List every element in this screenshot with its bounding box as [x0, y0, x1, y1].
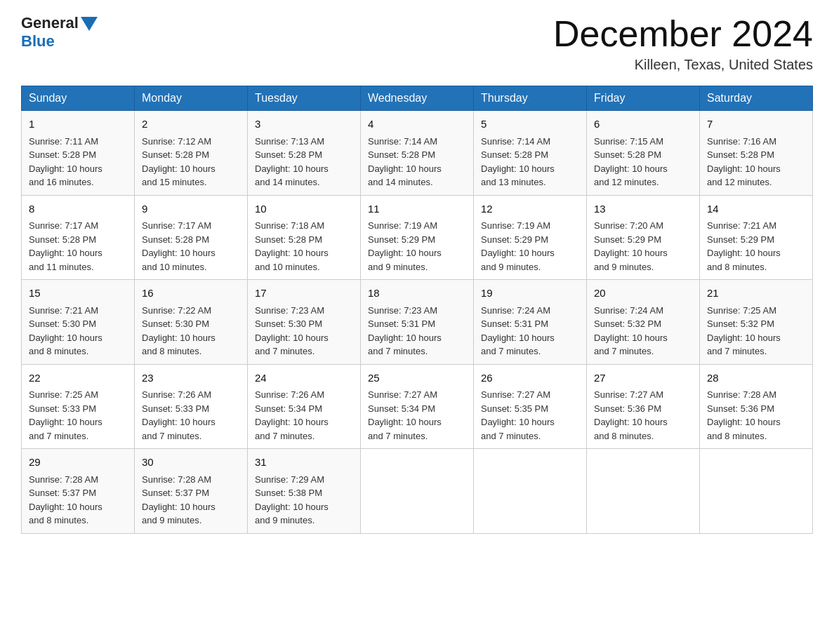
- calendar-day-cell: 1 Sunrise: 7:11 AM Sunset: 5:28 PM Dayli…: [22, 111, 135, 196]
- day-info: Sunrise: 7:14 AM Sunset: 5:28 PM Dayligh…: [368, 135, 466, 189]
- day-info: Sunrise: 7:27 AM Sunset: 5:36 PM Dayligh…: [594, 388, 692, 443]
- calendar-day-cell: [474, 449, 587, 534]
- day-number: 14: [707, 201, 805, 217]
- day-number: 18: [368, 286, 466, 302]
- day-of-week-header: Monday: [135, 86, 248, 111]
- day-number: 31: [255, 455, 353, 471]
- day-info: Sunrise: 7:28 AM Sunset: 5:36 PM Dayligh…: [707, 388, 805, 443]
- day-number: 16: [142, 286, 240, 302]
- day-of-week-header: Saturday: [700, 86, 813, 111]
- day-info: Sunrise: 7:19 AM Sunset: 5:29 PM Dayligh…: [368, 219, 466, 274]
- day-of-week-header: Sunday: [22, 86, 135, 111]
- calendar-day-cell: 16 Sunrise: 7:22 AM Sunset: 5:30 PM Dayl…: [135, 280, 248, 365]
- calendar-day-cell: 27 Sunrise: 7:27 AM Sunset: 5:36 PM Dayl…: [587, 364, 700, 449]
- day-number: 7: [707, 116, 805, 133]
- day-info: Sunrise: 7:25 AM Sunset: 5:32 PM Dayligh…: [707, 304, 805, 358]
- day-of-week-header: Wednesday: [361, 86, 474, 111]
- calendar-day-cell: 22 Sunrise: 7:25 AM Sunset: 5:33 PM Dayl…: [22, 364, 135, 449]
- day-info: Sunrise: 7:13 AM Sunset: 5:28 PM Dayligh…: [255, 135, 353, 189]
- day-info: Sunrise: 7:17 AM Sunset: 5:28 PM Dayligh…: [142, 219, 240, 274]
- day-info: Sunrise: 7:19 AM Sunset: 5:29 PM Dayligh…: [481, 219, 579, 274]
- logo-blue-text: Blue: [21, 32, 55, 51]
- calendar-day-cell: 2 Sunrise: 7:12 AM Sunset: 5:28 PM Dayli…: [135, 111, 248, 196]
- day-number: 19: [481, 286, 579, 302]
- calendar-day-cell: 26 Sunrise: 7:27 AM Sunset: 5:35 PM Dayl…: [474, 364, 587, 449]
- day-info: Sunrise: 7:27 AM Sunset: 5:34 PM Dayligh…: [368, 388, 466, 443]
- day-info: Sunrise: 7:17 AM Sunset: 5:28 PM Dayligh…: [29, 219, 127, 274]
- day-info: Sunrise: 7:27 AM Sunset: 5:35 PM Dayligh…: [481, 388, 579, 443]
- day-info: Sunrise: 7:28 AM Sunset: 5:37 PM Dayligh…: [142, 473, 240, 528]
- day-number: 4: [368, 116, 466, 133]
- day-info: Sunrise: 7:25 AM Sunset: 5:33 PM Dayligh…: [29, 388, 127, 443]
- day-info: Sunrise: 7:11 AM Sunset: 5:28 PM Dayligh…: [29, 135, 127, 189]
- logo-triangle-icon: [81, 17, 98, 31]
- day-number: 20: [594, 286, 692, 302]
- calendar-header-row: SundayMondayTuesdayWednesdayThursdayFrid…: [22, 86, 813, 111]
- day-info: Sunrise: 7:12 AM Sunset: 5:28 PM Dayligh…: [142, 135, 240, 189]
- day-number: 17: [255, 286, 353, 302]
- day-info: Sunrise: 7:24 AM Sunset: 5:32 PM Dayligh…: [594, 304, 692, 358]
- calendar-day-cell: 30 Sunrise: 7:28 AM Sunset: 5:37 PM Dayl…: [135, 449, 248, 534]
- day-number: 15: [29, 286, 127, 302]
- day-number: 6: [594, 116, 692, 133]
- calendar-day-cell: 28 Sunrise: 7:28 AM Sunset: 5:36 PM Dayl…: [700, 364, 813, 449]
- day-info: Sunrise: 7:22 AM Sunset: 5:30 PM Dayligh…: [142, 304, 240, 358]
- calendar-day-cell: [587, 449, 700, 534]
- title-block: December 2024 Killeen, Texas, United Sta…: [553, 14, 813, 73]
- page-header: General Blue December 2024 Killeen, Texa…: [21, 14, 813, 73]
- calendar-day-cell: 17 Sunrise: 7:23 AM Sunset: 5:30 PM Dayl…: [248, 280, 361, 365]
- calendar-week-row: 29 Sunrise: 7:28 AM Sunset: 5:37 PM Dayl…: [22, 449, 813, 534]
- calendar-day-cell: 24 Sunrise: 7:26 AM Sunset: 5:34 PM Dayl…: [248, 364, 361, 449]
- day-info: Sunrise: 7:14 AM Sunset: 5:28 PM Dayligh…: [481, 135, 579, 189]
- logo: General Blue: [21, 14, 100, 51]
- day-info: Sunrise: 7:26 AM Sunset: 5:34 PM Dayligh…: [255, 388, 353, 443]
- calendar-day-cell: 25 Sunrise: 7:27 AM Sunset: 5:34 PM Dayl…: [361, 364, 474, 449]
- day-number: 10: [255, 201, 353, 217]
- calendar-day-cell: 21 Sunrise: 7:25 AM Sunset: 5:32 PM Dayl…: [700, 280, 813, 365]
- location-subtitle: Killeen, Texas, United States: [553, 57, 813, 73]
- calendar-week-row: 1 Sunrise: 7:11 AM Sunset: 5:28 PM Dayli…: [22, 111, 813, 196]
- day-info: Sunrise: 7:16 AM Sunset: 5:28 PM Dayligh…: [707, 135, 805, 189]
- day-number: 28: [707, 370, 805, 387]
- calendar-day-cell: 14 Sunrise: 7:21 AM Sunset: 5:29 PM Dayl…: [700, 195, 813, 280]
- day-info: Sunrise: 7:23 AM Sunset: 5:30 PM Dayligh…: [255, 304, 353, 358]
- day-info: Sunrise: 7:20 AM Sunset: 5:29 PM Dayligh…: [594, 219, 692, 274]
- day-info: Sunrise: 7:21 AM Sunset: 5:30 PM Dayligh…: [29, 304, 127, 358]
- calendar-day-cell: 23 Sunrise: 7:26 AM Sunset: 5:33 PM Dayl…: [135, 364, 248, 449]
- calendar-day-cell: 20 Sunrise: 7:24 AM Sunset: 5:32 PM Dayl…: [587, 280, 700, 365]
- month-year-title: December 2024: [553, 14, 813, 54]
- day-info: Sunrise: 7:29 AM Sunset: 5:38 PM Dayligh…: [255, 473, 353, 528]
- day-number: 3: [255, 116, 353, 133]
- day-number: 2: [142, 116, 240, 133]
- day-number: 26: [481, 370, 579, 387]
- calendar-week-row: 22 Sunrise: 7:25 AM Sunset: 5:33 PM Dayl…: [22, 364, 813, 449]
- calendar-day-cell: 3 Sunrise: 7:13 AM Sunset: 5:28 PM Dayli…: [248, 111, 361, 196]
- calendar-day-cell: 18 Sunrise: 7:23 AM Sunset: 5:31 PM Dayl…: [361, 280, 474, 365]
- day-of-week-header: Tuesday: [248, 86, 361, 111]
- day-info: Sunrise: 7:26 AM Sunset: 5:33 PM Dayligh…: [142, 388, 240, 443]
- day-info: Sunrise: 7:28 AM Sunset: 5:37 PM Dayligh…: [29, 473, 127, 528]
- day-number: 30: [142, 455, 240, 471]
- day-info: Sunrise: 7:24 AM Sunset: 5:31 PM Dayligh…: [481, 304, 579, 358]
- calendar-week-row: 15 Sunrise: 7:21 AM Sunset: 5:30 PM Dayl…: [22, 280, 813, 365]
- day-number: 12: [481, 201, 579, 217]
- logo-general-text: General: [21, 14, 79, 32]
- calendar-day-cell: 31 Sunrise: 7:29 AM Sunset: 5:38 PM Dayl…: [248, 449, 361, 534]
- calendar-day-cell: 13 Sunrise: 7:20 AM Sunset: 5:29 PM Dayl…: [587, 195, 700, 280]
- calendar-day-cell: 8 Sunrise: 7:17 AM Sunset: 5:28 PM Dayli…: [22, 195, 135, 280]
- day-number: 5: [481, 116, 579, 133]
- calendar-week-row: 8 Sunrise: 7:17 AM Sunset: 5:28 PM Dayli…: [22, 195, 813, 280]
- day-number: 13: [594, 201, 692, 217]
- day-info: Sunrise: 7:15 AM Sunset: 5:28 PM Dayligh…: [594, 135, 692, 189]
- day-info: Sunrise: 7:18 AM Sunset: 5:28 PM Dayligh…: [255, 219, 353, 274]
- calendar-day-cell: 19 Sunrise: 7:24 AM Sunset: 5:31 PM Dayl…: [474, 280, 587, 365]
- calendar-day-cell: [700, 449, 813, 534]
- calendar-day-cell: 29 Sunrise: 7:28 AM Sunset: 5:37 PM Dayl…: [22, 449, 135, 534]
- day-number: 27: [594, 370, 692, 387]
- calendar-table: SundayMondayTuesdayWednesdayThursdayFrid…: [21, 86, 813, 534]
- day-number: 9: [142, 201, 240, 217]
- day-number: 11: [368, 201, 466, 217]
- day-of-week-header: Friday: [587, 86, 700, 111]
- day-number: 8: [29, 201, 127, 217]
- calendar-day-cell: 6 Sunrise: 7:15 AM Sunset: 5:28 PM Dayli…: [587, 111, 700, 196]
